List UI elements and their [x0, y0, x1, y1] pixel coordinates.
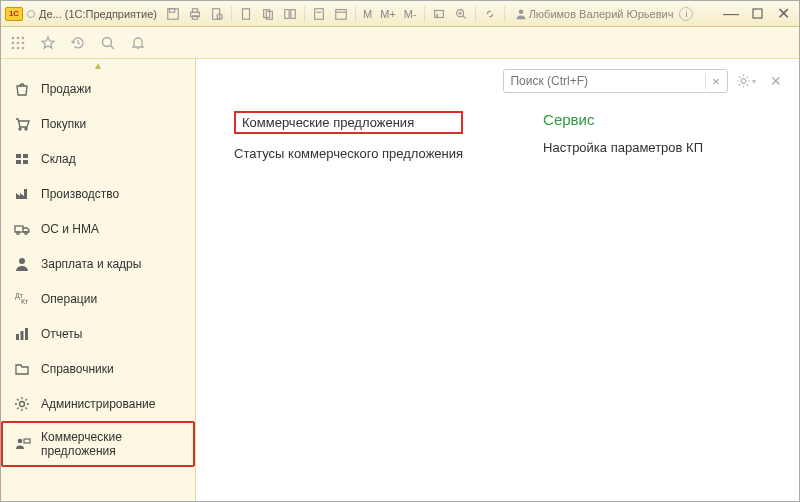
sidebar-item-reports[interactable]: Отчеты — [1, 316, 195, 351]
svg-rect-7 — [243, 8, 250, 19]
separator — [231, 6, 232, 22]
separator — [475, 6, 476, 22]
sidebar-item-operations[interactable]: ДтКт Операции — [1, 281, 195, 316]
star-icon[interactable] — [39, 34, 57, 52]
back-icon[interactable] — [431, 6, 447, 22]
user-label[interactable]: Любимов Валерий Юрьевич — [515, 8, 674, 20]
sidebar-item-hr[interactable]: Зарплата и кадры — [1, 246, 195, 281]
print-icon[interactable] — [187, 6, 203, 22]
link-kp-settings[interactable]: Настройка параметров КП — [543, 140, 703, 155]
window-controls: — ✕ — [719, 5, 795, 23]
sidebar-item-label: Зарплата и кадры — [41, 257, 141, 271]
memory-m-minus[interactable]: M- — [403, 8, 418, 20]
memory-m-plus[interactable]: M+ — [379, 8, 397, 20]
factory-icon — [13, 185, 31, 203]
close-button[interactable]: ✕ — [771, 5, 795, 23]
svg-rect-3 — [192, 8, 197, 12]
sidebar-item-label: Склад — [41, 152, 76, 166]
doc-icon[interactable] — [238, 6, 254, 22]
gear-icon — [13, 395, 31, 413]
sidebar-item-label: Покупки — [41, 117, 86, 131]
svg-point-24 — [17, 36, 20, 39]
svg-point-49 — [20, 401, 25, 406]
info-badge[interactable]: i — [679, 7, 693, 21]
separator — [504, 6, 505, 22]
svg-rect-51 — [24, 439, 30, 443]
preview-icon[interactable] — [209, 6, 225, 22]
svg-point-41 — [17, 231, 20, 234]
search-icon[interactable] — [99, 34, 117, 52]
column-2: Сервис Настройка параметров КП — [543, 111, 703, 161]
svg-text:Кт: Кт — [21, 298, 29, 305]
sidebar-item-label: Производство — [41, 187, 119, 201]
collapse-up-icon[interactable]: ▲ — [1, 59, 195, 71]
calendar-icon[interactable] — [333, 6, 349, 22]
dropdown-icon[interactable] — [27, 10, 35, 18]
link-icon[interactable] — [482, 6, 498, 22]
bell-icon[interactable] — [129, 34, 147, 52]
svg-point-21 — [518, 9, 523, 14]
copy-icon[interactable] — [260, 6, 276, 22]
titlebar-tools: M M+ M- Любимов Валерий Юрьевич i — [165, 6, 693, 22]
svg-point-34 — [19, 128, 21, 130]
apps-icon[interactable] — [9, 34, 27, 52]
link-offer-statuses[interactable]: Статусы коммерческого предложения — [234, 146, 463, 161]
settings-icon[interactable]: ▾ — [736, 72, 756, 90]
toolbar — [1, 27, 799, 59]
search-input[interactable] — [510, 74, 705, 88]
zoom-icon[interactable] — [453, 6, 469, 22]
offers-icon — [15, 435, 31, 453]
sidebar-item-assets[interactable]: ОС и НМА — [1, 211, 195, 246]
search-box[interactable]: × — [503, 69, 728, 93]
separator — [424, 6, 425, 22]
svg-point-50 — [18, 439, 23, 444]
boxes-icon — [13, 150, 31, 168]
svg-rect-47 — [21, 331, 24, 340]
maximize-button[interactable] — [745, 5, 769, 23]
history-icon[interactable] — [69, 34, 87, 52]
svg-rect-10 — [285, 9, 289, 18]
link-commercial-offers[interactable]: Коммерческие предложения — [234, 111, 463, 134]
chart-icon — [13, 325, 31, 343]
svg-point-23 — [12, 36, 15, 39]
separator — [355, 6, 356, 22]
clear-icon[interactable]: × — [705, 73, 721, 89]
svg-point-35 — [25, 128, 27, 130]
sidebar-item-sales[interactable]: Продажи — [1, 71, 195, 106]
main-toolbar: × ▾ × — [214, 69, 781, 93]
svg-rect-14 — [336, 9, 347, 19]
svg-rect-22 — [753, 9, 762, 18]
svg-line-18 — [462, 15, 465, 18]
titlebar: 1C Де... (1С:Предприятие) M M+ M- Любимо… — [1, 1, 799, 27]
separator — [304, 6, 305, 22]
sidebar-item-label: Отчеты — [41, 327, 82, 341]
minimize-button[interactable]: — — [719, 5, 743, 23]
app-logo: 1C — [5, 7, 23, 21]
svg-rect-46 — [16, 334, 19, 340]
calc-icon[interactable] — [311, 6, 327, 22]
close-panel-icon[interactable]: × — [770, 71, 781, 92]
sidebar-item-production[interactable]: Производство — [1, 176, 195, 211]
sidebar-item-purchases[interactable]: Покупки — [1, 106, 195, 141]
body: ▲ Продажи Покупки Склад Производство ОС … — [1, 59, 799, 501]
sidebar-item-admin[interactable]: Администрирование — [1, 386, 195, 421]
svg-rect-1 — [170, 8, 175, 12]
sidebar-item-commercial-offers[interactable]: Коммерческие предложения — [1, 421, 195, 467]
svg-point-32 — [103, 37, 112, 46]
sidebar-item-label: ОС и НМА — [41, 222, 99, 236]
window-title: Де... (1С:Предприятие) — [39, 8, 157, 20]
user-name: Любимов Валерий Юрьевич — [529, 8, 674, 20]
column-1: Коммерческие предложения Статусы коммерч… — [234, 111, 463, 161]
person-icon — [13, 255, 31, 273]
titlebar-left: 1C Де... (1С:Предприятие) — [5, 7, 157, 21]
save-icon[interactable] — [165, 6, 181, 22]
svg-point-42 — [25, 231, 28, 234]
svg-point-52 — [742, 79, 747, 84]
journal-icon: ДтКт — [13, 290, 31, 308]
compare-icon[interactable] — [282, 6, 298, 22]
sidebar-item-catalogs[interactable]: Справочники — [1, 351, 195, 386]
memory-m[interactable]: M — [362, 8, 373, 20]
svg-point-29 — [12, 46, 15, 49]
svg-point-25 — [22, 36, 25, 39]
sidebar-item-warehouse[interactable]: Склад — [1, 141, 195, 176]
